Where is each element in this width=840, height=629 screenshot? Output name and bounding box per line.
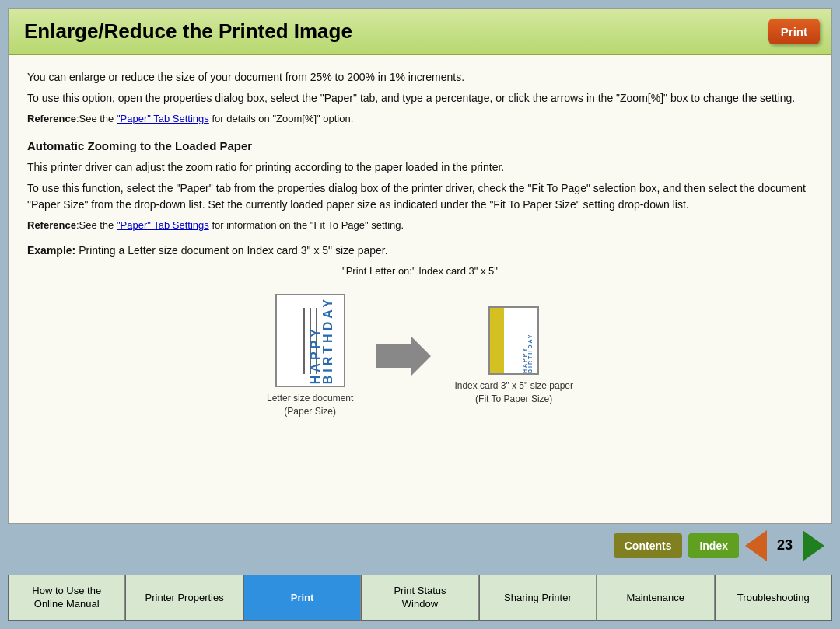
reference-link-1[interactable]: "Paper" Tab Settings <box>117 113 209 124</box>
next-button[interactable] <box>803 530 824 561</box>
header-title-area: Enlarge/Reduce the Printed Image <box>9 12 768 51</box>
page-number: 23 <box>773 537 796 554</box>
letter-text-container: HAPPYBIRTHDAY <box>310 295 334 386</box>
example-caption: "Print Letter on:" Index card 3" x 5" <box>27 264 813 279</box>
nav-troubleshooting[interactable]: Troubleshooting <box>715 575 832 621</box>
example-label: Example: <box>27 244 75 257</box>
index-card-item: HAPPY BIRTHDAY Index card 3" x 5" size p… <box>454 306 573 406</box>
letter-doc-item: HAPPYBIRTHDAY Letter size document (Pape… <box>267 294 353 418</box>
reference-text-2: See the <box>79 219 117 231</box>
example-line: Example: Printing a Letter size document… <box>27 243 813 259</box>
reference-suffix-1: for details on "Zoom[%]" option. <box>209 113 354 124</box>
line-1 <box>303 308 305 374</box>
prev-button[interactable] <box>745 530 767 561</box>
reference-label-1: Reference <box>27 113 76 124</box>
content-area: You can enlarge or reduce the size of yo… <box>9 55 831 523</box>
index-vertical-text: HAPPY BIRTHDAY <box>522 308 533 373</box>
bottom-nav: How to Use theOnline Manual Printer Prop… <box>0 567 840 629</box>
reference-line-1: Reference:See the "Paper" Tab Settings f… <box>27 111 813 127</box>
example-text: Printing a Letter size document on Index… <box>75 244 387 257</box>
reference-link-2[interactable]: "Paper" Tab Settings <box>117 219 209 231</box>
index-text-container: HAPPY BIRTHDAY <box>522 308 533 373</box>
controls-bar: Contents Index 23 <box>0 524 840 567</box>
section-heading: Automatic Zooming to the Loaded Paper <box>27 138 813 156</box>
nav-maintenance[interactable]: Maintenance <box>597 575 714 621</box>
page-title: Enlarge/Reduce the Printed Image <box>9 12 368 51</box>
arrow-svg <box>376 337 431 376</box>
paragraph-2: To use this option, open the properties … <box>27 90 813 107</box>
paragraph-4: To use this function, select the "Paper"… <box>27 180 813 213</box>
diagram-area: HAPPYBIRTHDAY Letter size document (Pape… <box>27 286 813 426</box>
reference-text-1: See the <box>79 113 117 124</box>
paragraph-1: You can enlarge or reduce the size of yo… <box>27 69 813 86</box>
index-caption: Index card 3" x 5" size paper (Fit To Pa… <box>454 379 573 406</box>
header-bar: Enlarge/Reduce the Printed Image Print <box>9 9 831 55</box>
nav-how-to-use[interactable]: How to Use theOnline Manual <box>8 575 125 621</box>
nav-print[interactable]: Print <box>243 575 361 621</box>
reference-suffix-2: for information on the "Fit To Page" set… <box>209 219 404 231</box>
index-card: HAPPY BIRTHDAY <box>488 306 539 375</box>
paragraph-3: This printer driver can adjust the zoom … <box>27 159 813 176</box>
main-container: Enlarge/Reduce the Printed Image Print Y… <box>8 8 832 524</box>
letter-doc: HAPPYBIRTHDAY <box>275 294 345 387</box>
header-badge: Print <box>768 19 820 44</box>
nav-printer-properties[interactable]: Printer Properties <box>125 575 243 621</box>
index-yellow-bar <box>490 308 504 373</box>
letter-caption: Letter size document (Paper Size) <box>267 392 353 418</box>
nav-print-status-window[interactable]: Print StatusWindow <box>361 575 478 621</box>
nav-sharing-printer[interactable]: Sharing Printer <box>479 575 597 621</box>
svg-marker-0 <box>376 337 431 376</box>
reference-line-2: Reference:See the "Paper" Tab Settings f… <box>27 218 813 233</box>
index-button[interactable]: Index <box>688 533 739 558</box>
letter-vertical-text: HAPPYBIRTHDAY <box>310 296 334 384</box>
contents-button[interactable]: Contents <box>614 533 683 558</box>
reference-label-2: Reference <box>27 219 76 231</box>
